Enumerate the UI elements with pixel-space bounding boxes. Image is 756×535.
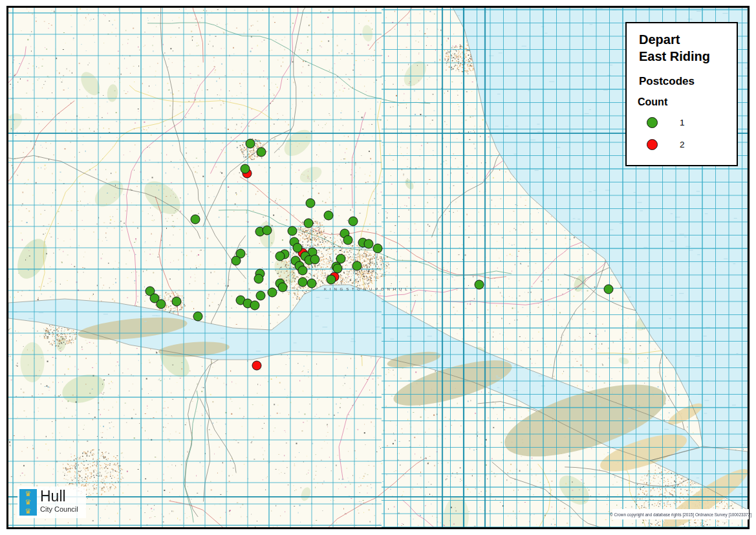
logo-name: Hull	[40, 488, 78, 505]
legend-title-line1: Depart	[639, 31, 737, 48]
postcode-marker-count-2[interactable]	[252, 361, 262, 371]
postcode-marker-count-1[interactable]	[263, 226, 272, 235]
legend-item-label: 2	[680, 140, 685, 149]
copyright-text: © Crown copyright and database rights [2…	[610, 512, 751, 517]
postcode-marker-count-1[interactable]	[304, 219, 314, 228]
legend-title-line2: East Riding	[639, 48, 737, 65]
postcode-marker-count-1[interactable]	[307, 279, 317, 289]
logo-subname: City Council	[40, 505, 78, 513]
postcode-marker-count-1[interactable]	[352, 261, 362, 271]
postcode-marker-count-1[interactable]	[604, 285, 614, 294]
postcode-marker-count-1[interactable]	[241, 164, 250, 174]
legend-subtitle: Postcodes	[639, 75, 737, 88]
crown-icon: ♛	[25, 490, 32, 497]
postcode-marker-count-1[interactable]	[157, 300, 166, 309]
postcode-marker-count-1[interactable]	[298, 266, 308, 276]
postcode-marker-count-1[interactable]	[343, 235, 353, 245]
postcode-marker-count-1[interactable]	[333, 264, 343, 274]
crown-icon: ♛	[25, 507, 32, 515]
postcode-marker-count-1[interactable]	[172, 297, 182, 307]
postcode-marker-count-1[interactable]	[193, 312, 203, 322]
map-document: K I N G S T O N U P O N H U L L Depart E…	[0, 0, 756, 535]
hull-city-council-logo: ♛ ♛ ♛ Hull City Council	[17, 486, 86, 518]
postcode-marker-count-1[interactable]	[327, 275, 336, 285]
logo-text: Hull City Council	[40, 486, 78, 518]
city-label-kingston-upon-hull: K I N G S T O N U P O N H U L L	[324, 287, 413, 291]
postcode-marker-count-1[interactable]	[475, 280, 484, 290]
postcode-marker-count-1[interactable]	[306, 199, 316, 208]
postcode-marker-count-1[interactable]	[324, 211, 334, 221]
postcode-marker-count-1[interactable]	[246, 139, 255, 149]
hull-crest-icon: ♛ ♛ ♛	[19, 489, 37, 516]
crown-icon: ♛	[25, 498, 32, 506]
postcode-marker-count-1[interactable]	[278, 283, 288, 292]
postcode-marker-count-1[interactable]	[364, 239, 374, 249]
legend-title: Depart East Riding	[639, 31, 737, 65]
postcode-marker-count-1[interactable]	[268, 288, 277, 298]
postcode-marker-count-1[interactable]	[191, 215, 200, 224]
postcode-marker-count-1[interactable]	[254, 274, 264, 284]
legend-item-count-1: 1	[647, 115, 737, 130]
postcode-marker-count-1[interactable]	[275, 252, 285, 261]
postcode-marker-count-1[interactable]	[288, 226, 297, 236]
postcode-marker-count-1[interactable]	[257, 147, 266, 157]
postcode-marker-count-1[interactable]	[293, 243, 303, 253]
postcode-marker-count-1[interactable]	[349, 217, 358, 226]
postcode-marker-count-1[interactable]	[373, 244, 383, 254]
green-dot-icon	[647, 117, 658, 128]
postcode-marker-count-1[interactable]	[298, 278, 308, 287]
legend-panel: Depart East Riding Postcodes Count 1 2	[625, 22, 738, 166]
red-dot-icon	[647, 139, 658, 150]
postcode-marker-count-1[interactable]	[250, 301, 260, 311]
legend-item-label: 1	[680, 118, 685, 127]
copyright-strip: © Crown copyright and database rights [2…	[612, 509, 749, 519]
legend-item-count-2: 2	[647, 136, 737, 152]
postcode-marker-count-1[interactable]	[256, 291, 266, 301]
legend-count-label: Count	[638, 96, 737, 108]
postcode-marker-count-1[interactable]	[232, 256, 241, 266]
postcode-marker-count-1[interactable]	[310, 255, 320, 265]
